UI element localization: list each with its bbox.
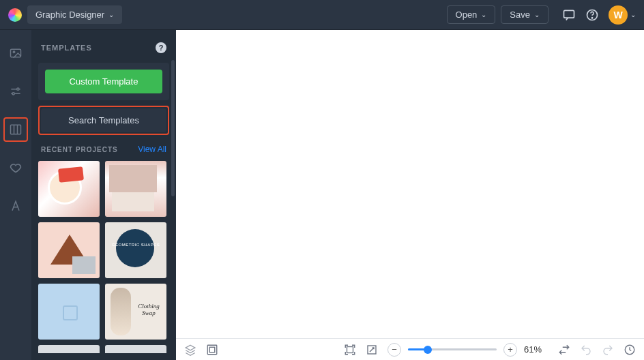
- recent-projects-label: RECENT PROJECTS: [41, 146, 118, 153]
- sidebar-help-icon[interactable]: ?: [156, 42, 166, 53]
- recent-project-thumb[interactable]: [38, 161, 100, 217]
- avatar-initial: W: [613, 10, 622, 20]
- templates-sidebar: TEMPLATES ? Custom Template Search Templ…: [31, 30, 176, 360]
- recent-project-thumb[interactable]: [105, 222, 166, 278]
- custom-template-button[interactable]: Custom Template: [45, 70, 162, 93]
- open-label: Open: [456, 10, 478, 20]
- canvas-settings-icon[interactable]: [206, 344, 218, 356]
- chevron-down-icon: ⌄: [630, 11, 636, 18]
- chevron-down-icon: ⌄: [108, 11, 114, 18]
- canvas[interactable]: [176, 30, 644, 360]
- chevron-down-icon: ⌄: [534, 11, 540, 18]
- rail-image-icon[interactable]: [3, 41, 28, 65]
- svg-point-2: [591, 17, 592, 18]
- recent-project-thumb[interactable]: [38, 222, 100, 278]
- redo-icon[interactable]: [602, 344, 614, 356]
- mode-dropdown[interactable]: Graphic Designer ⌄: [27, 5, 122, 24]
- rail-templates-icon[interactable]: [3, 117, 28, 142]
- undo-icon[interactable]: [580, 344, 592, 356]
- account-menu[interactable]: W ⌄: [609, 5, 636, 25]
- recent-project-thumb[interactable]: [105, 284, 166, 340]
- search-templates-button[interactable]: Search Templates: [41, 108, 166, 132]
- zoom-in-button[interactable]: +: [503, 343, 517, 357]
- rail-text-icon[interactable]: [3, 194, 28, 218]
- recent-project-thumb[interactable]: [105, 161, 166, 217]
- open-button[interactable]: Open ⌄: [447, 5, 496, 24]
- zoom-slider[interactable]: [408, 345, 497, 355]
- custom-template-block: Custom Template: [38, 63, 169, 100]
- zoom-out-button[interactable]: −: [387, 343, 401, 357]
- fit-screen-icon[interactable]: [344, 344, 356, 356]
- save-button[interactable]: Save ⌄: [501, 5, 548, 24]
- rail-favorites-icon[interactable]: [3, 155, 28, 180]
- svg-rect-9: [209, 347, 215, 352]
- app-logo: [8, 8, 22, 22]
- recent-project-thumb[interactable]: [38, 284, 100, 340]
- svg-rect-8: [207, 345, 217, 355]
- svg-point-5: [17, 88, 19, 90]
- chevron-down-icon: ⌄: [481, 11, 486, 18]
- recent-projects-grid: [38, 161, 169, 353]
- sidebar-title: TEMPLATES: [41, 44, 92, 52]
- expand-icon[interactable]: [366, 344, 378, 356]
- rail-adjust-icon[interactable]: [3, 79, 28, 104]
- layers-icon[interactable]: [184, 344, 196, 356]
- view-all-link[interactable]: View All: [138, 145, 166, 154]
- svg-rect-0: [564, 10, 574, 18]
- zoom-slider-thumb[interactable]: [424, 346, 432, 354]
- comments-icon[interactable]: [562, 8, 576, 22]
- svg-point-6: [12, 93, 14, 95]
- save-label: Save: [510, 10, 530, 20]
- sidebar-scrollbar[interactable]: [171, 60, 175, 196]
- search-templates-highlight: Search Templates: [38, 106, 169, 135]
- svg-point-4: [13, 51, 15, 53]
- help-icon[interactable]: [585, 8, 599, 22]
- recent-project-thumb[interactable]: [38, 345, 100, 353]
- recent-project-thumb[interactable]: [105, 345, 166, 353]
- svg-rect-7: [11, 125, 21, 134]
- mode-label: Graphic Designer: [35, 10, 104, 20]
- avatar: W: [609, 5, 628, 25]
- swap-icon[interactable]: [558, 344, 570, 356]
- top-header: Graphic Designer ⌄ Open ⌄ Save ⌄ W ⌄: [0, 0, 644, 30]
- bottom-toolbar: − + 61%: [176, 338, 644, 360]
- zoom-percent: 61%: [524, 344, 548, 355]
- svg-rect-10: [347, 346, 353, 352]
- history-icon[interactable]: [624, 344, 636, 356]
- zoom-controls: − + 61%: [387, 343, 548, 357]
- left-rail: [0, 30, 31, 360]
